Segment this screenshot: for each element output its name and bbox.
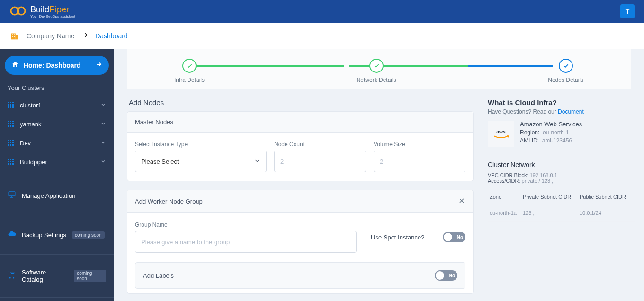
chevron-down-icon xyxy=(100,101,106,109)
info-panel: What is Cloud Infra? Have Questions? Rea… xyxy=(483,98,644,301)
home-icon xyxy=(11,61,19,70)
sidebar-item-yamank[interactable]: yamank xyxy=(5,116,109,132)
stepper: Infra Details Network Details Nodes Deta… xyxy=(127,59,631,83)
worker-header: Add Worker Node Group xyxy=(135,198,203,205)
group-name-input[interactable] xyxy=(135,231,357,253)
sidebar: Home: Dashboard Your Clusters cluster1 y… xyxy=(0,49,114,301)
volume-size-label: Volume Size xyxy=(374,141,465,148)
cart-icon xyxy=(8,271,16,281)
company-icon xyxy=(9,31,20,41)
svg-rect-7 xyxy=(14,36,15,37)
svg-rect-6 xyxy=(12,36,13,37)
top-banner: BuildPiper Your DevSecOps assistant T xyxy=(0,0,644,23)
worker-node-card: Add Worker Node Group Group Name Use Spo… xyxy=(127,190,474,294)
info-subtitle: Have Questions? Read our Document xyxy=(488,108,635,115)
step-infra[interactable]: Infra Details xyxy=(174,59,205,83)
aws-logo: aws xyxy=(488,121,514,147)
svg-rect-5 xyxy=(14,34,15,35)
svg-rect-3 xyxy=(16,35,18,39)
sidebar-item-dev[interactable]: Dev xyxy=(5,135,109,151)
grid-icon xyxy=(8,159,14,165)
spot-instance-toggle[interactable]: No xyxy=(443,232,465,242)
dashboard-link[interactable]: Dashboard xyxy=(95,32,128,40)
sidebar-item-cluster1[interactable]: cluster1 xyxy=(5,97,109,113)
brand-subtitle: Your DevSecOps assistant xyxy=(30,15,75,18)
node-count-label: Node Count xyxy=(274,141,366,148)
subnet-table: Zone Private Subnet CIDR Public Subnet C… xyxy=(488,190,635,222)
step-nodes[interactable]: Nodes Details xyxy=(548,59,583,83)
grid-icon xyxy=(8,102,14,108)
node-count-input[interactable] xyxy=(274,150,366,172)
home-label: Home: Dashboard xyxy=(24,62,81,69)
master-nodes-header: Master Nodes xyxy=(127,112,473,133)
spot-instance-label: Use Spot Instance? xyxy=(371,234,424,241)
logo[interactable]: BuildPiper Your DevSecOps assistant xyxy=(9,5,75,18)
volume-size-input[interactable] xyxy=(374,150,465,172)
company-name: Company Name xyxy=(27,32,74,40)
document-link[interactable]: Document xyxy=(558,108,584,115)
arrow-right-icon xyxy=(96,61,102,70)
add-labels-title: Add Labels xyxy=(143,272,174,279)
chevron-down-icon xyxy=(100,139,106,147)
manage-application[interactable]: Manage Application xyxy=(5,182,109,209)
master-nodes-card: Master Nodes Select Instance Type Please… xyxy=(127,111,474,181)
chevron-down-icon xyxy=(100,158,106,166)
avatar[interactable]: T xyxy=(620,4,635,18)
table-row: eu-north-1a 123 , 10.0.1/24 xyxy=(488,204,635,222)
brand-text: BuildPiper xyxy=(30,5,69,14)
info-title: What is Cloud Infra? xyxy=(488,98,635,106)
backup-settings[interactable]: Backup Settings coming soon xyxy=(5,221,109,248)
sidebar-item-buildpiper[interactable]: Buildpiper xyxy=(5,154,109,170)
add-labels-row: Add Labels No xyxy=(135,262,465,289)
grid-icon xyxy=(8,121,14,127)
provider-name: Amazon Web Services xyxy=(520,121,582,128)
add-labels-toggle[interactable]: No xyxy=(435,270,457,281)
svg-rect-2 xyxy=(11,33,16,39)
home-button[interactable]: Home: Dashboard xyxy=(5,56,109,75)
coming-soon-badge: coming soon xyxy=(72,231,105,239)
coming-soon-badge: coming soon xyxy=(74,270,106,282)
close-icon[interactable] xyxy=(458,197,465,206)
logo-icon xyxy=(9,6,27,17)
svg-rect-8 xyxy=(9,192,15,196)
cluster-network-title: Cluster Network xyxy=(488,161,635,168)
step-network[interactable]: Network Details xyxy=(357,59,396,83)
breadcrumb: Company Name Dashboard xyxy=(0,23,644,49)
group-name-label: Group Name xyxy=(135,221,357,228)
monitor-icon xyxy=(8,190,16,201)
instance-type-select[interactable]: Please Select xyxy=(135,150,267,172)
svg-text:aws: aws xyxy=(496,129,506,134)
software-catalog[interactable]: Software Catalog coming soon xyxy=(5,260,109,292)
grid-icon xyxy=(8,140,14,146)
cloud-icon xyxy=(8,230,16,240)
svg-rect-4 xyxy=(12,34,13,35)
instance-type-label: Select Instance Type xyxy=(135,141,267,148)
main-content: Infra Details Network Details Nodes Deta… xyxy=(114,49,644,301)
chevron-down-icon xyxy=(100,120,106,128)
arrow-right-icon xyxy=(81,31,89,41)
your-clusters-label: Your Clusters xyxy=(5,78,109,94)
chevron-down-icon xyxy=(254,158,260,166)
add-nodes-title: Add Nodes xyxy=(129,98,474,106)
